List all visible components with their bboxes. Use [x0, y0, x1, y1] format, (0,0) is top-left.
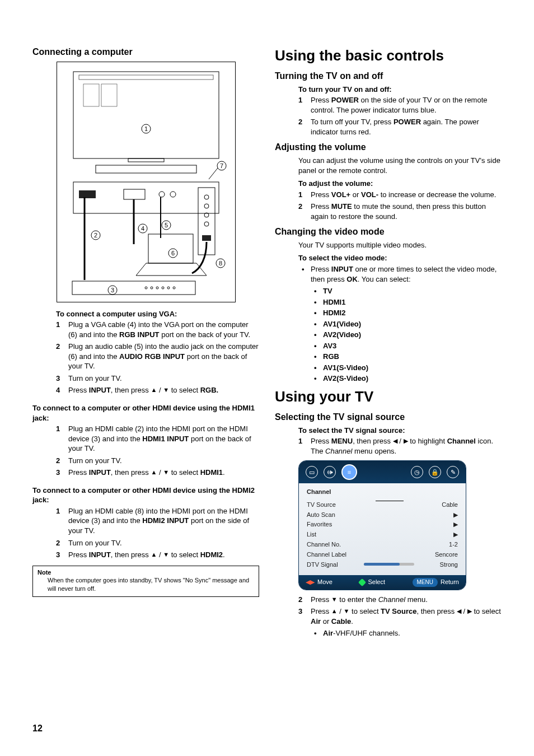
note-title: Note: [38, 568, 254, 577]
volume-intro: You can adjust the volume using the cont…: [298, 156, 502, 175]
connection-diagram: 1 7: [57, 62, 236, 302]
osd-icon-sound: 🕪: [324, 466, 336, 478]
svg-rect-0: [73, 72, 219, 158]
svg-line-15: [209, 168, 218, 179]
svg-rect-4: [128, 158, 164, 162]
svg-point-17: [204, 195, 209, 199]
videomode-intro: Your TV supports multiple video modes.: [298, 240, 502, 250]
sub-videomode: Changing the video mode: [275, 226, 502, 238]
svg-rect-3: [101, 84, 117, 106]
svg-point-42: [156, 287, 158, 289]
svg-rect-2: [83, 84, 99, 106]
videomode-step-title: To select the video mode:: [298, 253, 502, 263]
svg-point-11: [159, 192, 165, 197]
svg-rect-10: [124, 189, 145, 199]
svg-text:7: 7: [219, 162, 223, 169]
svg-rect-5: [96, 165, 196, 173]
sub-turning: Turning the TV on and off: [275, 70, 502, 82]
note-body: When the computer goes into standby, TV …: [48, 576, 254, 593]
osd-channel-menu: ▭ 🕪 ≡ ◷ 🔒 ✎ Channel TV SourceCable Auto …: [298, 460, 466, 590]
sub-volume: Adjusting the volume: [275, 141, 502, 153]
osd-icon-lock: 🔒: [429, 466, 441, 478]
svg-text:4: 4: [140, 225, 144, 232]
svg-rect-21: [202, 235, 211, 241]
volume-steps: 1Press VOL+ or VOL- to increase or decre…: [298, 190, 502, 222]
section-title-connecting: Connecting a computer: [32, 46, 259, 58]
osd-title: Channel: [307, 488, 458, 496]
svg-rect-25: [148, 234, 193, 263]
vga-title: To connect a computer using VGA:: [56, 309, 259, 319]
svg-point-18: [204, 204, 209, 208]
svg-text:5: 5: [164, 222, 167, 228]
osd-icon-channel: ≡: [341, 464, 357, 480]
svg-point-12: [170, 192, 176, 197]
osd-icon-picture: ▭: [306, 466, 318, 478]
osd-top-bar: ▭ 🕪 ≡ ◷ 🔒 ✎: [299, 461, 466, 483]
svg-point-20: [204, 222, 209, 226]
svg-point-43: [162, 287, 164, 289]
hdmi2-title: To connect to a computer or other HDMI d…: [32, 486, 259, 505]
svg-point-41: [151, 287, 153, 289]
osd-icon-setup: ✎: [447, 466, 459, 478]
svg-rect-9: [79, 190, 96, 198]
turning-step-title: To turn your TV on and off:: [298, 85, 502, 95]
signal-step-title: To select the TV signal source:: [298, 426, 502, 436]
svg-rect-39: [72, 281, 195, 295]
osd-icon-time: ◷: [411, 466, 423, 478]
svg-text:2: 2: [93, 232, 97, 239]
svg-point-44: [167, 287, 170, 289]
note-box: Note When the computer goes into standby…: [32, 566, 259, 598]
hdmi2-steps: 1Plug an HDMI cable (8) into the HDMI po…: [56, 506, 259, 560]
signal-bullet: Air-VHF/UHF channels.: [311, 628, 502, 638]
svg-text:6: 6: [171, 250, 174, 256]
hdmi1-steps: 1Plug an HDMI cable (2) into the HDMI po…: [56, 424, 259, 478]
videomode-bullet: Press INPUT one or more times to select …: [298, 264, 502, 384]
main-heading-using-tv: Using your TV: [275, 387, 502, 407]
sub-signal: Selecting the TV signal source: [275, 411, 502, 423]
vga-steps: 1Plug a VGA cable (4) into the VGA port …: [56, 320, 259, 395]
turning-steps: 1Press POWER on the side of your TV or o…: [298, 95, 502, 137]
volume-step-title: To adjust the volume:: [298, 179, 502, 189]
page-number: 12: [32, 722, 43, 735]
svg-marker-26: [136, 263, 207, 276]
main-heading-basic-controls: Using the basic controls: [275, 46, 502, 66]
signal-steps-bottom: 2Press to enter the Channel menu. 3Press…: [298, 595, 502, 638]
svg-point-45: [173, 287, 175, 289]
svg-rect-1: [79, 75, 213, 80]
svg-text:1: 1: [144, 125, 147, 132]
osd-body: Channel TV SourceCable Auto Scan▶ Favori…: [299, 483, 466, 575]
videomode-options: TV HDMI1 HDMI2 AV1(Video) AV2(Video) AV3…: [311, 286, 502, 384]
signal-steps-top: 1Press MENU, then press / to highlight C…: [298, 436, 502, 456]
svg-text:3: 3: [110, 287, 114, 293]
hdmi1-title: To connect to a computer or other HDMI d…: [32, 403, 259, 423]
svg-point-40: [145, 287, 147, 289]
osd-footer: ◀▶Move Select MENUReturn: [299, 575, 466, 590]
svg-text:8: 8: [218, 260, 222, 267]
